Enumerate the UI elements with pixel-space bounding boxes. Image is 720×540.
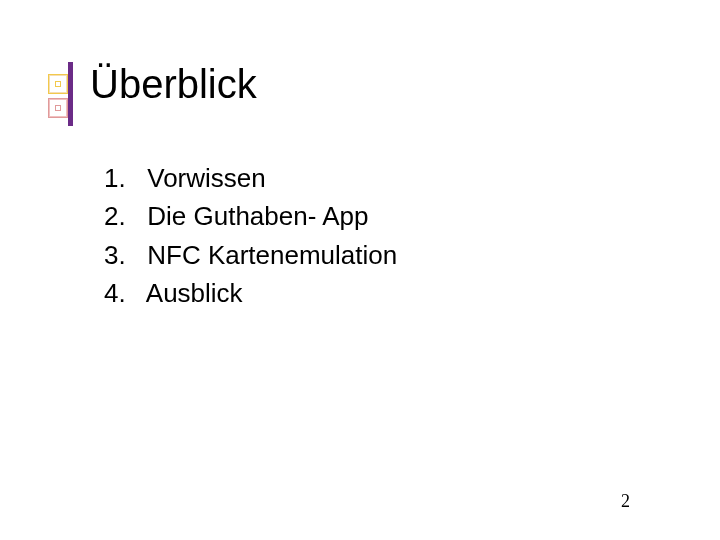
list-item-text: Ausblick	[146, 278, 243, 308]
decoration-purple-bar-icon	[68, 62, 73, 126]
list-item-text: Die Guthaben- App	[147, 201, 368, 231]
overview-list: 1. Vorwissen 2. Die Guthaben- App 3. NFC…	[104, 160, 397, 314]
list-item: 3. NFC Kartenemulation	[104, 237, 397, 273]
list-item: 4. Ausblick	[104, 275, 397, 311]
list-item-number: 2.	[104, 198, 140, 234]
decoration-red-square-icon	[48, 98, 68, 118]
list-item-text: Vorwissen	[147, 163, 266, 193]
list-item: 2. Die Guthaben- App	[104, 198, 397, 234]
page-number: 2	[621, 491, 630, 512]
list-item-text: NFC Kartenemulation	[147, 240, 397, 270]
list-item-number: 1.	[104, 160, 140, 196]
decoration-yellow-square-icon	[48, 74, 68, 94]
list-item-number: 4.	[104, 275, 140, 311]
list-item-number: 3.	[104, 237, 140, 273]
list-item: 1. Vorwissen	[104, 160, 397, 196]
slide-title: Überblick	[90, 62, 257, 107]
title-decoration-icon	[48, 72, 72, 120]
